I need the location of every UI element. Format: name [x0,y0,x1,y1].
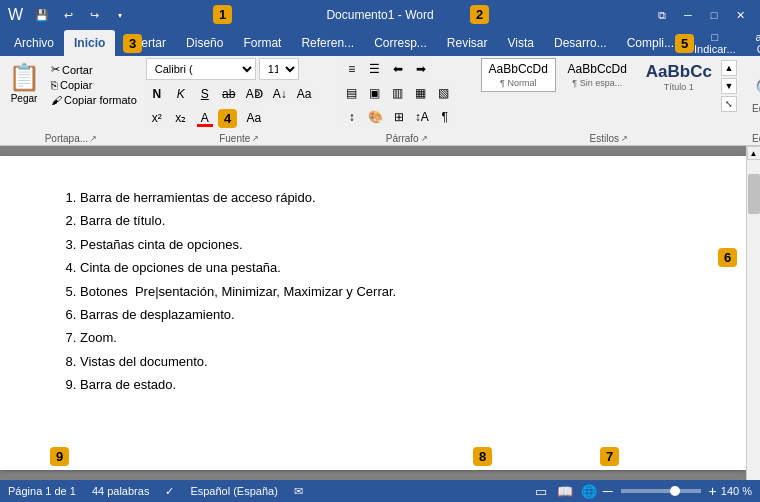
style-titulo1[interactable]: AaBbCc Título 1 [639,58,719,96]
paste-icon: 📋 [8,62,40,93]
list-indent-inc-button[interactable]: ➡ [410,58,432,80]
style-normal[interactable]: AaBbCcDd ¶ Normal [481,58,556,92]
align-left-button[interactable]: ▤ [341,82,363,104]
document-area: Barra de herramientas de acceso rápido. … [0,146,760,480]
text-effect-button[interactable]: Aa [242,107,265,129]
document-content: Barra de herramientas de acceso rápido. … [50,186,696,397]
styles-list: AaBbCcDd ¶ Normal AaBbCcDd ¶ Sin espa...… [481,58,719,96]
zoom-plus-button[interactable]: + [709,483,717,499]
zoom-thumb[interactable] [670,486,680,496]
close-button[interactable]: ✕ [728,3,752,27]
badge-9: 9 [50,447,69,466]
format-painter-button[interactable]: 🖌Copiar formato [48,93,140,107]
show-para-button[interactable]: ¶ [434,106,456,128]
styles-expand-icon[interactable]: ↗ [621,134,628,143]
redo-button[interactable]: ↪ [83,4,105,26]
list-item: Barra de estado. [80,373,696,396]
customize-qat-button[interactable]: ▾ [109,4,131,26]
copy-button[interactable]: ⎘Copiar [48,78,140,92]
list-bullet-button[interactable]: ≡ [341,58,363,80]
align-center-button[interactable]: ▣ [364,82,386,104]
font-expand-icon[interactable]: ↗ [252,134,259,143]
list-numbered-button[interactable]: ☰ [364,58,386,80]
quick-access-toolbar: W 💾 ↩ ↪ ▾ ⬆ [8,4,228,26]
styles-label: Estilos ↗ [481,132,737,146]
style-titulo1-label: Título 1 [664,82,694,92]
styles-scroll-down[interactable]: ▼ [721,78,737,94]
read-mode-button[interactable]: 📖 [555,482,575,500]
badge-4: 4 [218,109,237,128]
style-no-spacing[interactable]: AaBbCcDd ¶ Sin espa... [560,58,635,92]
subscript-button[interactable]: x₂ [170,107,192,129]
badge-2: 2 [470,5,489,24]
bold-button[interactable]: N [146,83,168,105]
superscript-button[interactable]: x² [146,107,168,129]
line-spacing-button[interactable]: ↕ [341,106,363,128]
align-right-button[interactable]: ▥ [387,82,409,104]
scroll-thumb[interactable] [748,174,760,214]
font-family-select[interactable]: Calibri ( [146,58,256,80]
find-button[interactable]: 🔍 Edición [746,73,760,118]
borders-button[interactable]: ⊞ [388,106,410,128]
paste-button[interactable]: 📋 Pegar [2,60,46,106]
minimize-button[interactable]: ─ [676,3,700,27]
print-layout-button[interactable]: ▭ [531,482,551,500]
styles-scroll-up[interactable]: ▲ [721,60,737,76]
cut-button[interactable]: ✂Cortar [48,62,140,77]
tab-desarro[interactable]: Desarro... [544,30,617,56]
paste-label: Pegar [11,93,38,104]
styles-expand[interactable]: ⤡ [721,96,737,112]
grow-font-button[interactable]: Aↁ [242,83,267,105]
tab-vista[interactable]: Vista [498,30,544,56]
sort-button[interactable]: ↕A [411,106,433,128]
undo-button[interactable]: ↩ [57,4,79,26]
justify-button[interactable]: ▦ [410,82,432,104]
badge-3: 3 [123,34,142,53]
cut-icon: ✂ [51,63,60,76]
ribbon-tabs: Archivo Inicio Insertar Diseño Format Re… [0,30,760,56]
clear-format-button[interactable]: Aa [293,83,316,105]
font-color-button[interactable]: A [194,107,216,129]
style-nospacing-preview: AaBbCcDd [568,62,627,78]
tab-inicio[interactable]: Inicio [64,30,115,56]
list-item: Zoom. [80,326,696,349]
tab-archivo[interactable]: Archivo [4,30,64,56]
col-button[interactable]: ▧ [433,82,455,104]
shrink-font-button[interactable]: A↓ [269,83,291,105]
tab-diseno[interactable]: Diseño [176,30,233,56]
clipboard-group: 📋 Pegar ✂Cortar ⎘Copiar 🖌Copiar formato … [0,56,142,146]
italic-button[interactable]: K [170,83,192,105]
underline-button[interactable]: S [194,83,216,105]
tab-aulaclic[interactable]: aula Clic [746,30,760,56]
list-item: Barra de título. [80,209,696,232]
zoom-percent: 140 % [721,485,752,497]
styles-scroll: ▲ ▼ ⤡ [721,58,737,112]
badge-8: 8 [473,447,492,466]
tab-revisar[interactable]: Revisar [437,30,498,56]
font-size-select[interactable]: 11 [259,58,299,80]
badge-6: 6 [718,248,737,267]
style-normal-preview: AaBbCcDd [489,62,548,78]
style-normal-label: ¶ Normal [500,78,536,88]
scroll-up-button[interactable]: ▲ [747,146,761,160]
list-indent-dec-button[interactable]: ⬅ [387,58,409,80]
restore-button[interactable]: ⧉ [650,3,674,27]
clipboard-sub-btns: ✂Cortar ⎘Copiar 🖌Copiar formato [48,60,140,107]
save-button[interactable]: 💾 [31,4,53,26]
zoom-minus-button[interactable]: ─ [603,483,613,499]
web-layout-button[interactable]: 🌐 [579,482,599,500]
tab-format[interactable]: Format [233,30,291,56]
strikethrough-button[interactable]: ab [218,83,240,105]
clipboard-expand-icon[interactable]: ↗ [90,134,97,143]
shading-button[interactable]: 🎨 [364,106,387,128]
title-bar: W 💾 ↩ ↪ ▾ ⬆ Documento1 - Word ⧉ ─ □ ✕ [0,0,760,30]
styles-group: AaBbCcDd ¶ Normal AaBbCcDd ¶ Sin espa...… [477,56,741,146]
scrollbar-vertical[interactable]: ▲ [746,146,760,480]
status-bar: Página 1 de 1 44 palabras ✓ Español (Esp… [0,480,760,502]
tab-compli[interactable]: Compli... [617,30,684,56]
paragraph-expand-icon[interactable]: ↗ [421,134,428,143]
tab-referen[interactable]: Referen... [291,30,364,56]
zoom-slider[interactable] [621,489,701,493]
maximize-button[interactable]: □ [702,3,726,27]
tab-corresp[interactable]: Corresp... [364,30,437,56]
